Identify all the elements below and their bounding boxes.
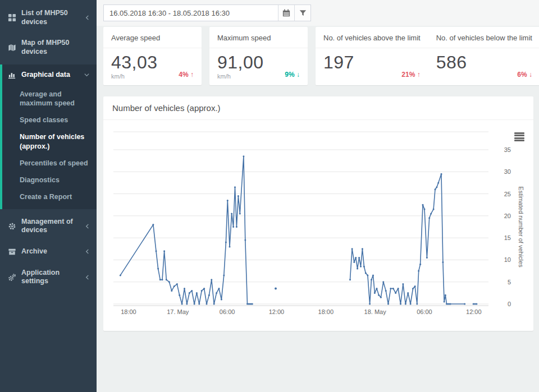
chevron-left-icon — [85, 15, 90, 21]
stat-title: No. of vehicles above the limit — [316, 27, 428, 48]
svg-text:35: 35 — [504, 146, 511, 153]
submenu-item-percentiles-of-speed[interactable]: Percentiles of speed — [2, 155, 97, 172]
sidebar-item-management-of-devices[interactable]: Management of devices — [0, 211, 97, 241]
svg-text:17. May: 17. May — [167, 308, 189, 315]
chevron-left-icon — [85, 223, 90, 229]
stat-title: Maximum speed — [209, 27, 308, 48]
stat-change: 4% ↑ — [179, 71, 194, 79]
graphical-data-submenu: Average and maximum speed Speed classes … — [2, 86, 97, 206]
submenu-item-create-a-report[interactable]: Create a Report — [2, 188, 97, 205]
chevron-down-icon — [84, 72, 90, 77]
svg-text:Estimated number of vehicles: Estimated number of vehicles — [518, 186, 524, 268]
sidebar-item-label: Archive — [21, 247, 80, 256]
stat-change: 21% ↑ — [401, 71, 420, 79]
svg-text:12:00: 12:00 — [466, 308, 482, 315]
sidebar-group-graphical-data: Graphical data Average and maximum speed… — [0, 64, 97, 209]
archive-icon — [8, 247, 16, 256]
stat-card-vehicle-counts: No. of vehicles above the limit 197 21% … — [316, 27, 539, 85]
svg-text:06:00: 06:00 — [417, 308, 432, 315]
stat-card-maximum-speed: Maximum speed 91,00 km/h 9% ↓ — [209, 27, 308, 85]
content: Average speed 43,03 km/h 4% ↑ Maximum sp… — [97, 26, 539, 338]
svg-text:10: 10 — [504, 256, 511, 263]
stat-title: Average speed — [103, 27, 202, 48]
stat-card-average-speed: Average speed 43,03 km/h 4% ↑ — [103, 27, 202, 85]
svg-text:0: 0 — [508, 301, 511, 307]
submenu-item-speed-classes[interactable]: Speed classes — [2, 112, 97, 128]
svg-text:5: 5 — [508, 279, 511, 285]
stat-value: 91,00 — [217, 52, 300, 73]
map-icon — [8, 43, 16, 52]
stat-value: 197 — [323, 52, 421, 73]
svg-text:18. May: 18. May — [364, 308, 387, 315]
submenu-item-number-of-vehicles[interactable]: Number of vehicles (approx.) — [2, 128, 97, 155]
svg-text:12:00: 12:00 — [269, 308, 285, 315]
sidebar-item-label: Management of devices — [21, 218, 80, 235]
sidebar-item-label: Application settings — [21, 269, 80, 286]
chart-context-menu-button[interactable] — [513, 132, 526, 142]
stat-title: No. of vehicles below the limit — [428, 27, 539, 48]
sidebar-item-list-of-devices[interactable]: List of MHP50 devices — [0, 3, 97, 33]
svg-text:06:00: 06:00 — [220, 308, 235, 315]
app-root: List of MHP50 devices Map of MHP50 devic… — [0, 0, 539, 392]
svg-text:15: 15 — [504, 234, 511, 241]
date-range-input[interactable] — [104, 5, 278, 21]
sidebar-item-application-settings[interactable]: Application settings — [0, 262, 97, 292]
calendar-icon — [282, 9, 290, 17]
stat-change: 6% ↓ — [517, 71, 532, 79]
date-range-group — [103, 4, 311, 21]
submenu-item-average-max-speed[interactable]: Average and maximum speed — [2, 86, 97, 112]
arrow-up-icon: ↑ — [417, 71, 421, 79]
stat-half-above-limit: No. of vehicles above the limit 197 21% … — [316, 27, 428, 85]
filter-icon — [299, 10, 307, 17]
sidebar-item-graphical-data[interactable]: Graphical data — [2, 64, 97, 86]
arrow-down-icon: ↓ — [529, 71, 532, 79]
stat-value: 586 — [436, 52, 532, 73]
chart-body: 0510152025303518:0017. May06:0012:0018:0… — [103, 120, 533, 322]
vehicles-line-chart: 0510152025303518:0017. May06:0012:0018:0… — [103, 131, 533, 322]
calendar-button[interactable] — [278, 5, 294, 21]
sidebar-item-label: List of MHP50 devices — [21, 9, 80, 26]
chart-card: Number of vehicles (approx.) 05101520253… — [103, 96, 533, 331]
gear-icon — [8, 222, 16, 230]
chart-title: Number of vehicles (approx.) — [103, 96, 533, 120]
stat-half-below-limit: No. of vehicles below the limit 586 6% ↓ — [428, 27, 539, 85]
grid-icon — [8, 13, 16, 22]
sidebar: List of MHP50 devices Map of MHP50 devic… — [0, 0, 97, 392]
arrow-down-icon: ↓ — [296, 71, 300, 79]
stat-value: 43,03 — [111, 52, 194, 73]
svg-text:18:00: 18:00 — [318, 308, 334, 315]
arrow-up-icon: ↑ — [190, 71, 194, 79]
chevron-left-icon — [85, 274, 90, 280]
sidebar-item-label: Graphical data — [21, 71, 79, 80]
sidebar-item-map-of-devices[interactable]: Map of MHP50 devices — [0, 33, 97, 62]
chevron-left-icon — [85, 248, 90, 255]
gears-icon — [8, 273, 16, 282]
bar-chart-icon — [8, 71, 16, 80]
svg-text:20: 20 — [504, 213, 511, 219]
svg-text:18:00: 18:00 — [121, 308, 136, 315]
topbar — [97, 0, 539, 26]
svg-text:30: 30 — [504, 168, 511, 175]
submenu-item-diagnostics[interactable]: Diagnostics — [2, 172, 97, 188]
stat-change: 9% ↓ — [285, 71, 300, 79]
sidebar-item-label: Map of MHP50 devices — [21, 39, 90, 56]
stats-row: Average speed 43,03 km/h 4% ↑ Maximum sp… — [103, 27, 539, 85]
filter-button[interactable] — [294, 5, 310, 21]
svg-text:25: 25 — [504, 191, 511, 197]
sidebar-item-archive[interactable]: Archive — [0, 241, 97, 262]
main-area: Average speed 43,03 km/h 4% ↑ Maximum sp… — [97, 0, 539, 392]
